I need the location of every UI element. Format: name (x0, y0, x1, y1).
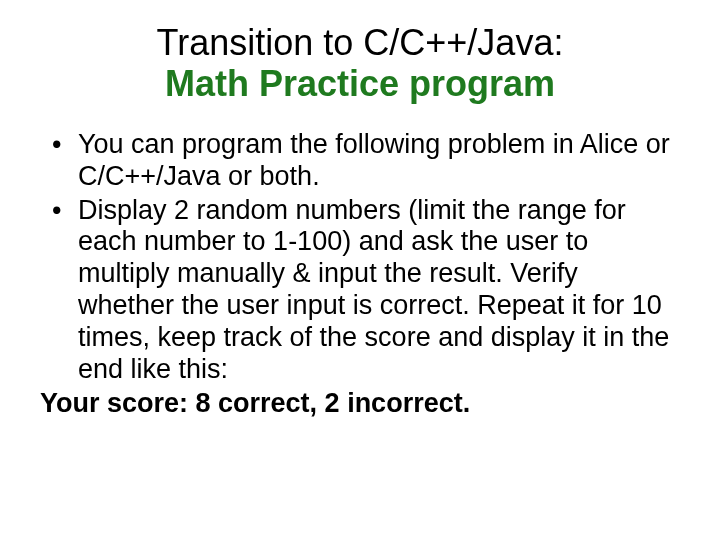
bullet-list: You can program the following problem in… (44, 129, 680, 386)
title-line-1: Transition to C/C++/Java: (40, 22, 680, 63)
list-item: You can program the following problem in… (44, 129, 680, 193)
slide-body: You can program the following problem in… (40, 129, 680, 420)
slide-title: Transition to C/C++/Java: Math Practice … (40, 22, 680, 105)
title-line-2: Math Practice program (40, 63, 680, 104)
slide: Transition to C/C++/Java: Math Practice … (0, 0, 720, 540)
list-item: Display 2 random numbers (limit the rang… (44, 195, 680, 386)
score-line: Your score: 8 correct, 2 incorrect. (40, 388, 680, 420)
